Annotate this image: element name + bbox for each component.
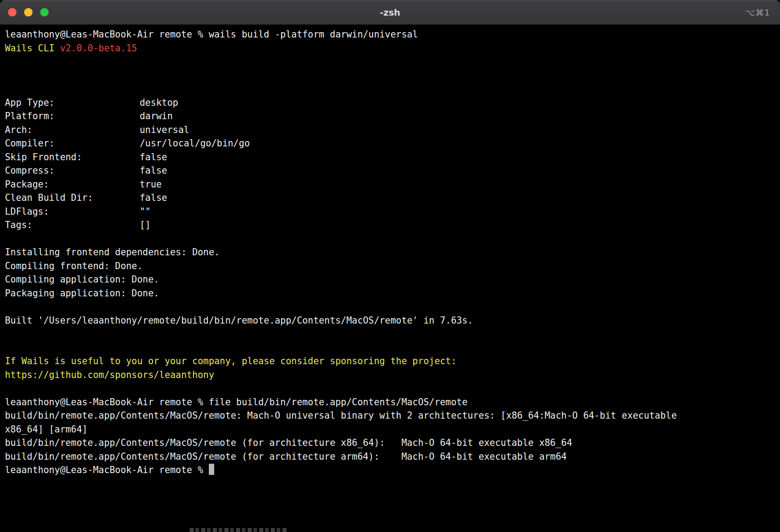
info-value: "" — [140, 206, 151, 217]
prompt-line-file: leaanthony@Leas-MacBook-Air remote % fil… — [5, 395, 688, 409]
info-label: Compress: — [5, 164, 140, 178]
shell-prompt: leaanthony@Leas-MacBook-Air remote % — [5, 465, 209, 475]
progress-line: Compiling application: Done. — [5, 273, 688, 287]
build-info-row: Compress:false — [5, 164, 688, 178]
build-info-row: App Type:desktop — [5, 96, 688, 110]
build-info-row: Tags:[] — [5, 218, 688, 232]
close-button[interactable] — [8, 8, 17, 17]
info-value: false — [140, 152, 167, 162]
info-value: darwin — [140, 111, 173, 121]
prompt-line-current: leaanthony@Leas-MacBook-Air remote % — [5, 463, 688, 477]
shell-prompt: leaanthony@Leas-MacBook-Air remote % — [5, 29, 209, 40]
terminal-window: -zsh ⌥⌘1 leaanthony@Leas-MacBook-Air rem… — [0, 0, 780, 532]
progress-line: Installing frontend dependencies: Done. — [5, 245, 688, 259]
build-command-text: wails build -platform darwin/universal — [209, 29, 418, 40]
blank-line — [5, 55, 775, 69]
info-value: [] — [140, 220, 151, 230]
build-info-row: Skip Frontend:false — [5, 150, 688, 164]
info-label: Clean Build Dir: — [5, 191, 140, 205]
progress-line: Packaging application: Done. — [5, 287, 688, 300]
sponsor-message-line: If Wails is useful to you or your compan… — [5, 354, 688, 368]
build-info-row: LDFlags:"" — [5, 205, 688, 219]
wails-cli-version: v2.0.0-beta.15 — [60, 43, 137, 54]
window-title: -zsh — [0, 7, 780, 18]
minimize-button[interactable] — [24, 8, 33, 17]
built-result-line: Built '/Users/leaanthony/remote/build/bi… — [5, 314, 688, 328]
file-output-line: build/bin/remote.app/Contents/MacOS/remo… — [5, 409, 688, 436]
info-value: desktop — [140, 97, 178, 108]
build-info-row: Package:true — [5, 178, 688, 191]
info-label: LDFlags: — [5, 205, 140, 219]
shell-prompt: leaanthony@Leas-MacBook-Air remote % — [5, 397, 209, 407]
zoom-button[interactable] — [40, 8, 49, 17]
blank-line — [5, 341, 775, 355]
prompt-line-build: leaanthony@Leas-MacBook-Air remote % wai… — [5, 28, 688, 42]
info-value: /usr/local/go/bin/go — [140, 138, 250, 149]
terminal-output[interactable]: leaanthony@Leas-MacBook-Air remote % wai… — [0, 25, 780, 529]
blank-line — [5, 382, 775, 395]
wails-cli-version-line: Wails CLI v2.0.0-beta.15 — [5, 42, 688, 55]
info-label: App Type: — [5, 96, 140, 110]
info-label: Arch: — [5, 123, 140, 137]
wails-cli-name: Wails CLI — [5, 43, 60, 54]
window-shortcut-hint: ⌥⌘1 — [745, 8, 770, 17]
info-label: Tags: — [5, 218, 140, 232]
blank-line — [5, 327, 775, 341]
clipped-content-artifact — [190, 528, 287, 532]
traffic-lights — [8, 8, 49, 17]
info-value: false — [140, 192, 167, 203]
blank-line — [5, 300, 775, 314]
info-label: Skip Frontend: — [5, 150, 140, 164]
terminal-cursor — [209, 464, 214, 475]
info-label: Compiler: — [5, 137, 140, 150]
build-info-row: Compiler:/usr/local/go/bin/go — [5, 137, 688, 150]
titlebar[interactable]: -zsh ⌥⌘1 — [0, 0, 780, 25]
blank-line — [5, 82, 775, 96]
build-info-row: Clean Build Dir:false — [5, 191, 688, 205]
sponsor-url-line: https://github.com/sponsors/leaanthony — [5, 368, 688, 382]
info-value: universal — [140, 125, 189, 135]
blank-line — [5, 69, 775, 83]
build-info-row: Platform:darwin — [5, 109, 688, 123]
info-value: false — [140, 165, 167, 176]
progress-line: Compiling frontend: Done. — [5, 259, 688, 273]
file-output-line: build/bin/remote.app/Contents/MacOS/remo… — [5, 436, 688, 450]
file-command-text: file build/bin/remote.app/Contents/MacOS… — [209, 397, 468, 407]
file-output-line: build/bin/remote.app/Contents/MacOS/remo… — [5, 450, 688, 464]
build-info-row: Arch:universal — [5, 123, 688, 137]
info-label: Package: — [5, 178, 140, 191]
info-value: true — [140, 179, 162, 190]
info-label: Platform: — [5, 109, 140, 123]
blank-line — [5, 232, 775, 246]
